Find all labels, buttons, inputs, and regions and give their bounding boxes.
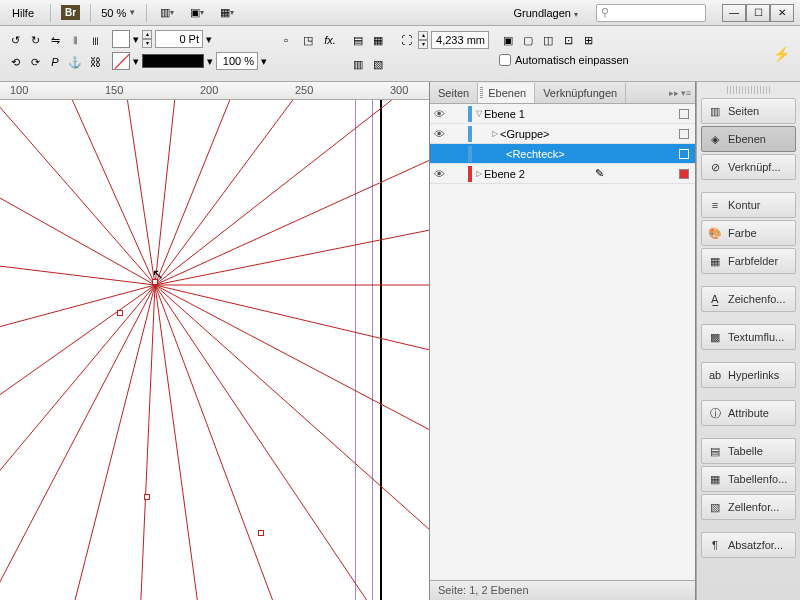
layer-name: <Rechteck>	[506, 148, 565, 160]
selection-handle[interactable]	[258, 530, 264, 536]
rotate-ccw-icon[interactable]: ↺	[6, 30, 24, 50]
select-chip[interactable]	[679, 109, 689, 119]
visibility-icon[interactable]: 👁	[430, 128, 448, 140]
dock-stroke[interactable]: ≡Kontur	[701, 192, 796, 218]
fit-content-icon[interactable]: ▣	[499, 30, 517, 50]
rotate-180-icon[interactable]: ⟲	[6, 52, 24, 72]
search-input[interactable]: ⚲	[596, 4, 706, 22]
hyperlinks-icon: ab	[708, 368, 722, 382]
workspace-switcher[interactable]: Grundlagen ▾	[505, 5, 586, 21]
menu-help[interactable]: Hilfe	[6, 4, 40, 22]
stroke-weight-field[interactable]: 0 Pt	[155, 30, 203, 48]
autofit-checkbox[interactable]: Automatisch einpassen	[499, 54, 629, 66]
tab-pages[interactable]: Seiten	[430, 83, 478, 103]
dock-textwrap[interactable]: ▩Textumflu...	[701, 324, 796, 350]
dock-pages[interactable]: ▥Seiten	[701, 98, 796, 124]
opacity-field[interactable]: 100 %	[216, 52, 258, 70]
stroke-stepper[interactable]: ▴▾	[142, 30, 152, 48]
screen-mode-icon[interactable]: ▣▾	[187, 4, 207, 22]
tablestyle-icon: ▦	[708, 472, 722, 486]
visibility-icon[interactable]: 👁	[430, 168, 448, 180]
dock-charstyles[interactable]: A̲Zeichenfo...	[701, 286, 796, 312]
selection-handle[interactable]	[117, 310, 123, 316]
disclosure-triangle[interactable]: ▽	[474, 109, 484, 118]
anchor-icon[interactable]: ⚓	[66, 52, 84, 72]
dock-layers[interactable]: ◈Ebenen	[701, 126, 796, 152]
document-canvas[interactable]	[0, 100, 429, 600]
layer-row-selected[interactable]: <Rechteck>	[430, 144, 695, 164]
dock-attributes[interactable]: ⓘAttribute	[701, 400, 796, 426]
layer-name: Ebene 1	[484, 108, 525, 120]
textwrap-skip-icon[interactable]: ▧	[369, 54, 387, 74]
sunburst-artwork	[0, 100, 430, 600]
dock-table[interactable]: ▤Tabelle	[701, 438, 796, 464]
selection-handle[interactable]	[152, 279, 158, 285]
visibility-icon[interactable]: 👁	[430, 108, 448, 120]
svg-line-1	[50, 100, 155, 285]
center-content-icon[interactable]: ⊡	[559, 30, 577, 50]
dock-swatches[interactable]: ▦Farbfelder	[701, 248, 796, 274]
corner-icon[interactable]: ◳	[299, 30, 317, 50]
dock-cellstyles[interactable]: ▧Zellenfor...	[701, 494, 796, 520]
minimize-button[interactable]: —	[722, 4, 746, 22]
zoom-level[interactable]: 50 % ▼	[101, 7, 136, 19]
select-chip[interactable]	[679, 129, 689, 139]
disclosure-triangle[interactable]: ▷	[474, 169, 484, 178]
textwrap-jump-icon[interactable]: ▥	[349, 54, 367, 74]
collapse-icon[interactable]: ▸▸	[669, 88, 679, 98]
measure-field[interactable]: 4,233 mm	[431, 31, 489, 49]
fill-frame-icon[interactable]: ◫	[539, 30, 557, 50]
chain-icon[interactable]: ⛓	[86, 52, 104, 72]
select-chip[interactable]	[679, 149, 689, 159]
rotate-90-icon[interactable]: ⟳	[26, 52, 44, 72]
selection-handle[interactable]	[144, 494, 150, 500]
maximize-button[interactable]: ☐	[746, 4, 770, 22]
dock-grip[interactable]	[727, 86, 770, 94]
layers-icon: ◈	[708, 132, 722, 146]
measure-icon[interactable]: ⛶	[397, 30, 415, 50]
svg-line-23	[0, 170, 155, 285]
layer-row[interactable]: 👁 ▷ <Gruppe>	[430, 124, 695, 144]
layer-row[interactable]: 👁 ▷ Ebene 2 ✎	[430, 164, 695, 184]
panels-column: Seiten Ebenen Verknüpfungen ▸▸ ▾≡ 👁 ▽ Eb…	[430, 82, 696, 600]
close-button[interactable]: ✕	[770, 4, 794, 22]
textwrap-around-icon[interactable]: ▦	[369, 30, 387, 50]
cellstyle-icon: ▧	[708, 500, 722, 514]
color-icon: 🎨	[708, 226, 722, 240]
svg-line-11	[155, 285, 430, 430]
align-icon[interactable]: ⫴	[66, 30, 84, 50]
flip-h-icon[interactable]: ⇋	[46, 30, 64, 50]
quick-apply-icon[interactable]: ⚡	[773, 46, 790, 62]
svg-line-8	[155, 230, 430, 285]
p-icon[interactable]: P	[46, 52, 64, 72]
no-fill-swatch[interactable]	[112, 52, 130, 70]
tab-layers[interactable]: Ebenen	[478, 83, 535, 103]
tab-links[interactable]: Verknüpfungen	[535, 83, 626, 103]
view-options-icon[interactable]: ▥▾	[157, 4, 177, 22]
layer-row[interactable]: 👁 ▽ Ebene 1	[430, 104, 695, 124]
fx-icon[interactable]: fx.	[321, 30, 339, 50]
dock-hyperlinks[interactable]: abHyperlinks	[701, 362, 796, 388]
dock-parastyles[interactable]: ¶Absatzfor...	[701, 532, 796, 558]
textwrap-none-icon[interactable]: ▤	[349, 30, 367, 50]
panel-tabs: Seiten Ebenen Verknüpfungen ▸▸ ▾≡	[430, 82, 695, 104]
horizontal-ruler[interactable]: 100 150 200 250 300	[0, 82, 429, 100]
effects-icon[interactable]: ▫	[277, 30, 295, 50]
rotate-cw-icon[interactable]: ↻	[26, 30, 44, 50]
select-chip[interactable]	[679, 169, 689, 179]
stroke-icon: ≡	[708, 198, 722, 212]
fit-frame-icon[interactable]: ▢	[519, 30, 537, 50]
bridge-button[interactable]: Br	[61, 5, 80, 20]
parastyle-icon: ¶	[708, 538, 722, 552]
dock-links[interactable]: ⊘Verknüpf...	[701, 154, 796, 180]
fit-prop-icon[interactable]: ⊞	[579, 30, 597, 50]
dock-tablestyles[interactable]: ▦Tabellenfo...	[701, 466, 796, 492]
arrange-icon[interactable]: ▦▾	[217, 4, 237, 22]
stroke-style[interactable]	[142, 54, 204, 68]
panel-menu-icon[interactable]: ▾≡	[681, 88, 691, 98]
disclosure-triangle[interactable]: ▷	[490, 129, 500, 138]
dock-color[interactable]: 🎨Farbe	[701, 220, 796, 246]
distribute-icon[interactable]: ⫼	[86, 30, 104, 50]
fill-swatch[interactable]	[112, 30, 130, 48]
measure-stepper[interactable]: ▴▾	[418, 31, 428, 49]
